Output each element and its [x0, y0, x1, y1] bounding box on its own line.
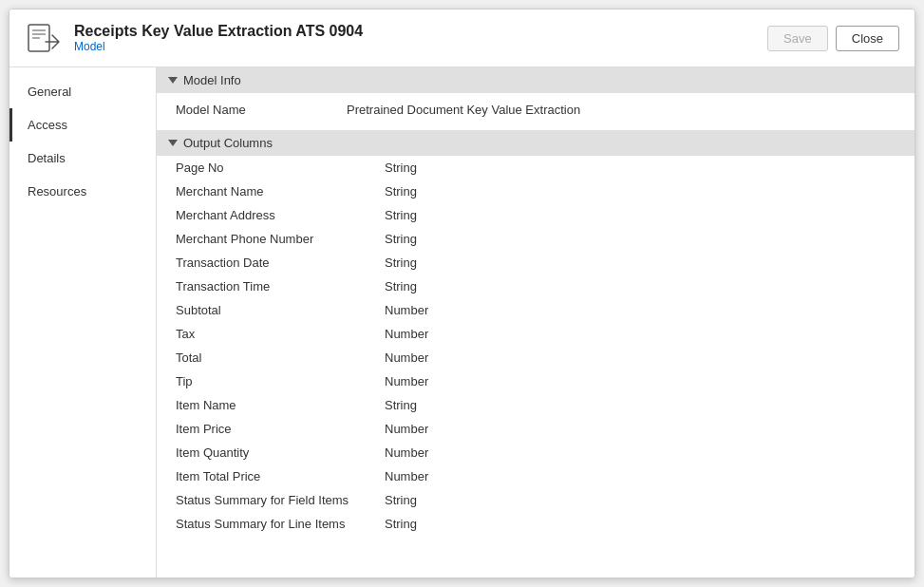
modal-title: Receipts Key Value Extraction ATS 0904	[74, 23, 767, 40]
table-row: Merchant Address String	[157, 203, 915, 227]
output-col-name: Total	[176, 350, 385, 365]
output-col-type: String	[385, 279, 417, 294]
output-col-type: Number	[385, 327, 428, 341]
table-row: Item Total Price Number	[157, 464, 915, 488]
modal-header: Receipts Key Value Extraction ATS 0904 M…	[9, 9, 915, 67]
output-col-type: Number	[385, 350, 428, 365]
app-icon	[25, 19, 63, 57]
output-col-name: Item Total Price	[176, 469, 385, 483]
model-info-header: Model Info	[157, 67, 915, 93]
table-row: Status Summary for Field Items String	[157, 488, 915, 512]
output-col-name: Status Summary for Field Items	[176, 493, 385, 507]
output-col-name: Item Quantity	[176, 445, 385, 460]
output-columns-section: Output Columns Page No String Merchant N…	[157, 130, 915, 536]
sidebar: General Access Details Resources	[9, 67, 157, 578]
model-info-label: Model Info	[183, 73, 241, 87]
modal-subtitle: Model	[74, 40, 767, 53]
output-col-type: Number	[385, 303, 428, 317]
model-name-row: Model Name Pretrained Document Key Value…	[157, 93, 915, 126]
collapse-triangle-icon-2	[168, 140, 178, 146]
output-col-type: String	[385, 517, 417, 531]
table-row: Tax Number	[157, 322, 915, 346]
output-col-type: String	[385, 184, 417, 199]
table-row: Transaction Date String	[157, 251, 915, 275]
header-text: Receipts Key Value Extraction ATS 0904 M…	[74, 23, 767, 53]
table-row: Page No String	[157, 156, 915, 180]
output-col-type: String	[385, 256, 417, 270]
table-row: Merchant Name String	[157, 180, 915, 203]
sidebar-item-details[interactable]: Details	[9, 142, 156, 175]
table-row: Merchant Phone Number String	[157, 227, 915, 251]
output-col-name: Status Summary for Line Items	[176, 517, 385, 531]
close-button[interactable]: Close	[836, 26, 899, 51]
output-col-name: Page No	[176, 161, 385, 175]
output-col-type: String	[385, 493, 417, 507]
table-row: Status Summary for Line Items String	[157, 512, 915, 536]
sidebar-item-resources[interactable]: Resources	[9, 175, 156, 208]
sidebar-item-access[interactable]: Access	[9, 108, 156, 142]
output-col-name: Subtotal	[176, 303, 385, 317]
output-col-type: String	[385, 161, 417, 175]
collapse-triangle-icon	[168, 77, 178, 84]
model-name-value: Pretrained Document Key Value Extraction	[347, 103, 580, 117]
output-col-name: Transaction Time	[176, 279, 385, 294]
model-name-label: Model Name	[176, 103, 347, 117]
save-button[interactable]: Save	[767, 26, 828, 51]
table-row: Tip Number	[157, 369, 915, 393]
output-col-type: String	[385, 398, 417, 412]
output-col-name: Tip	[176, 374, 385, 388]
output-rows-container: Page No String Merchant Name String Merc…	[157, 156, 915, 536]
modal-container: Receipts Key Value Extraction ATS 0904 M…	[9, 9, 915, 578]
output-col-type: Number	[385, 422, 428, 436]
output-columns-header: Output Columns	[157, 130, 915, 156]
output-col-name: Transaction Date	[176, 256, 385, 270]
table-row: Item Price Number	[157, 417, 915, 441]
table-row: Subtotal Number	[157, 298, 915, 322]
table-row: Total Number	[157, 346, 915, 369]
table-row: Item Quantity Number	[157, 441, 915, 464]
output-col-name: Merchant Name	[176, 184, 385, 199]
output-columns-label: Output Columns	[183, 136, 273, 150]
output-col-name: Item Price	[176, 422, 385, 436]
output-col-type: Number	[385, 374, 428, 388]
output-col-type: Number	[385, 469, 428, 483]
output-col-type: Number	[385, 445, 428, 460]
output-col-name: Tax	[176, 327, 385, 341]
output-col-name: Merchant Phone Number	[176, 232, 385, 246]
table-row: Transaction Time String	[157, 275, 915, 298]
table-row: Item Name String	[157, 393, 915, 417]
content-area[interactable]: Model Info Model Name Pretrained Documen…	[157, 67, 915, 578]
modal-body: General Access Details Resources Model I…	[9, 67, 915, 578]
output-col-type: String	[385, 232, 417, 246]
output-col-type: String	[385, 208, 417, 222]
header-actions: Save Close	[767, 26, 899, 51]
output-col-name: Item Name	[176, 398, 385, 412]
sidebar-item-general[interactable]: General	[9, 75, 156, 108]
output-col-name: Merchant Address	[176, 208, 385, 222]
